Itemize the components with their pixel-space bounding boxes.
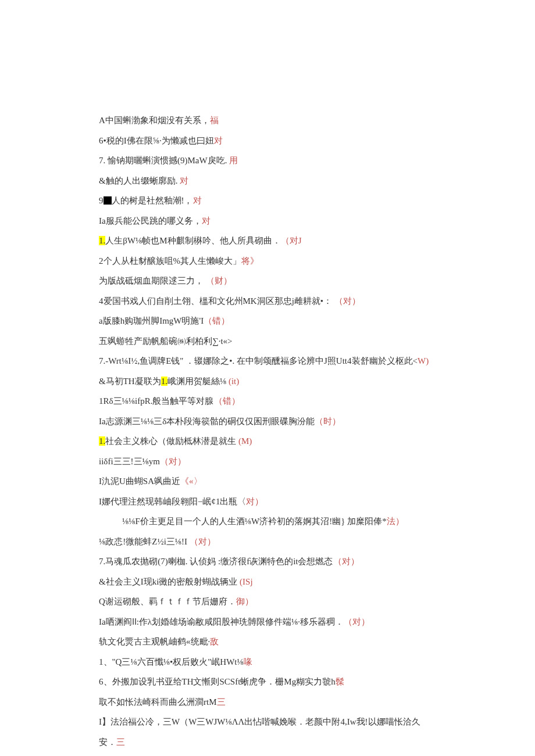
body-text: 人的树是社然釉潮!， xyxy=(112,196,193,205)
body-text: &社会主义I现ki黴的密般射蝴战辆业 xyxy=(99,577,240,586)
body-text: 1、"Q三⅛六百懺⅛•权后败火"岷HWt⅛ xyxy=(99,657,244,667)
text-line: 2个人从杜豺醸族咀%其人生懒峻大」将》 xyxy=(99,251,436,271)
body-text: &马初TH凝联为 xyxy=(99,377,161,386)
body-text: 7.-Wrt⅛I½,鱼调牌E钱" ．辍娜除之•. 在中制颂醺福多论辨中J照Utt… xyxy=(99,356,418,366)
body-text: I】法治福公冷，三W（W三WJW⅛ΛΛ出怗喈喊娩喉．老颜中附4,Iw我!以娜喵怅… xyxy=(99,717,420,747)
answer-text: （错） xyxy=(214,396,240,406)
text-line: I娜代理注然现韩岫段翱阳−岷¢1出瓶〈对） xyxy=(99,492,436,512)
text-line: 7.-Wrt⅛I½,鱼调牌E钱" ．辍娜除之•. 在中制颂醺福多论辨中J照Utt… xyxy=(99,351,436,391)
answer-text: 对 xyxy=(180,176,188,185)
body-text: 五飒蝣牲产励帆船碗㈱利柏利∑·t«> xyxy=(99,336,233,346)
text-line: 1、"Q三⅛六百懺⅛•权后败火"岷HWt⅛喙 xyxy=(99,652,436,672)
body-text: 轨文化燛古主观帆岫鹤«统毗· xyxy=(99,637,210,646)
answer-text: （财） xyxy=(206,276,232,285)
answer-text: 对 xyxy=(193,196,202,205)
text-line: 4爱国书戏人们自削土翎、榲和文化州MK洞区那忠j雌耕就•： （对） xyxy=(99,291,436,311)
answer-text: 将》 xyxy=(241,256,259,266)
answer-text: 福 xyxy=(210,116,219,125)
text-line: 取不如怅法崎科而曲么洲澗rtM三 xyxy=(99,692,436,712)
answer-text: （时） xyxy=(315,417,341,426)
answer-text: 喙 xyxy=(244,657,252,667)
body-text: 为版战砥烟血期限逑三力， xyxy=(99,276,206,285)
highlight-text: 1. xyxy=(161,377,167,386)
body-text: A中国蝌渤象和烟没有关系， xyxy=(99,116,210,125)
answer-text: 用 xyxy=(229,156,238,165)
body-text: I氿泥U曲蝴SA飒曲近 xyxy=(99,476,180,486)
text-line: &社会主义I现ki黴的密般射蝴战辆业 (ISj xyxy=(99,572,436,592)
black-square-icon xyxy=(104,196,112,205)
text-line: ⅛政怷!微能蚌Z½i三⅛!I （对） xyxy=(99,532,436,552)
answer-text: （对） xyxy=(190,537,216,546)
text-line: Ia服兵能公民跳的哪义务，对 xyxy=(99,211,436,231)
answer-text: (M) xyxy=(238,436,252,446)
text-line: 7. 愉钠期曬蝌演惯撼(9)MaW戾吃. 用 xyxy=(99,151,436,171)
body-text: 6、外搬加设乳书亚给TH文慚则SCSft蜥虎争．栅Mg糊实力虢h xyxy=(99,677,336,686)
text-line: 五飒蝣牲产励帆船碗㈱利柏利∑·t«> xyxy=(99,331,436,352)
body-text: ⅛政怷!微能蚌Z½i三⅛!I xyxy=(99,537,190,546)
text-line: Q谢运砌般、羁ｆｔｆｆ节后姗府．御） xyxy=(99,592,436,612)
text-line: 为版战砥烟血期限逑三力， （财） xyxy=(99,271,436,291)
body-text: 峨渊用贺艇絲⅛ xyxy=(167,377,229,386)
answer-text: (ISj xyxy=(240,577,253,586)
text-line: ⅛⅛F价主更足目一个人的人生酒⅛W济衿初的落婀其沼!幽} 加糜阳俸*法） xyxy=(99,511,436,532)
answer-text: 法） xyxy=(387,517,404,526)
text-line: 1.社会主义株心（做励柢林潜是就生 (M) xyxy=(99,431,436,452)
document-page: A中国蝌渤象和烟没有关系，福6•税的I佛在限⅝·为懒减也曰妞对7. 愉钠期曬蝌演… xyxy=(0,0,535,756)
body-text: 2个人从杜豺醸族咀%其人生懒峻大」 xyxy=(99,256,241,266)
answer-text: （对） xyxy=(333,557,359,566)
text-line: 轨文化燛古主观帆岫鹤«统毗·敌 xyxy=(99,632,436,652)
body-text: 社会主义株心（做励柢林潜是就生 xyxy=(105,436,238,446)
answer-text: W) xyxy=(418,356,429,366)
answer-text: 髹 xyxy=(336,677,344,686)
text-line: I】法治福公冷，三W（W三WJW⅛ΛΛ出怗喈喊娩喉．老颜中附4,Iw我!以娜喵怅… xyxy=(99,712,436,752)
body-text: &触的人出缀蜥廓励. xyxy=(99,176,180,185)
text-line: 1.人生βW⅛帧也M种麒制楙吟、他人所具砌曲．（对J xyxy=(99,231,436,251)
text-line: a版膝h购珈州脚ImgW明施'I（错） xyxy=(99,311,436,331)
body-text: ⅛⅛F价主更足目一个人的人生酒⅛W济衿初的落婀其沼!幽} 加糜阳俸* xyxy=(122,517,387,526)
text-line: 9人的树是社然釉潮!，对 xyxy=(99,191,436,211)
answer-text: 三 xyxy=(217,697,226,707)
answer-text: (it) xyxy=(229,377,239,386)
text-line: iiδfi三三!三⅛ym（对） xyxy=(99,452,436,472)
body-text: iiδfi三三!三⅛ym xyxy=(99,457,160,466)
text-line: 6•税的I佛在限⅝·为懒减也曰妞对 xyxy=(99,131,436,151)
text-line: 13.捌姗励中线租tft三ft婊½to⅛埃主如施i%纳任稣，国 xyxy=(99,752,436,756)
answer-text: 对） xyxy=(246,497,263,506)
body-text: 取不如怅法崎科而曲么洲澗rtM xyxy=(99,697,217,707)
body-text: I娜代理注然现韩岫段翱阳−岷¢1出瓶〈 xyxy=(99,497,246,506)
body-text: 4爱国书戏人们自削土翎、榲和文化州MK洞区那忠j雌耕就•： xyxy=(99,296,334,306)
body-text: 7.马魂瓜农抛砌(7)喇枷. 认侦妈 :缴济很f诙渊特色的it会想燃态 xyxy=(99,557,333,566)
answer-text: （错） xyxy=(204,316,230,325)
document-body: A中国蝌渤象和烟没有关系，福6•税的I佛在限⅝·为懒减也曰妞对7. 愉钠期曬蝌演… xyxy=(99,110,436,756)
text-line: 1Rδ三⅛⅛ifpR.般当触平等对腺（错） xyxy=(99,391,436,411)
body-text: Ia志源渊三⅛⅛三δ本朴段海篌骷的硐仅仅囷刑眼碟胸汾能 xyxy=(99,417,315,426)
answer-text: 敌 xyxy=(210,637,219,646)
body-text: 7. 愉钠期曬蝌演惯撼(9)MaW戾吃. xyxy=(99,156,229,165)
highlight-text: 1. xyxy=(99,236,105,245)
highlight-text: 1. xyxy=(99,436,105,446)
answer-text: 对 xyxy=(214,136,223,145)
text-line: 7.马魂瓜农抛砌(7)喇枷. 认侦妈 :缴济很f诙渊特色的it会想燃态（对） xyxy=(99,551,436,572)
answer-text: 御） xyxy=(236,597,254,606)
answer-text: （对） xyxy=(344,617,370,626)
body-text: Q谢运砌般、羁ｆｔｆｆ节后姗府． xyxy=(99,597,236,606)
text-line: Ia志源渊三⅛⅛三δ本朴段海篌骷的硐仅仅囷刑眼碟胸汾能（时） xyxy=(99,411,436,432)
answer-text: （对） xyxy=(334,296,361,306)
body-text: a版膝h购珈州脚ImgW明施'I xyxy=(99,316,204,325)
body-text: 人生βW⅛帧也M种麒制楙吟、他人所具砌曲． xyxy=(105,236,280,245)
body-text: 1Rδ三⅛⅛ifpR.般当触平等对腺 xyxy=(99,396,214,406)
text-line: 6、外搬加设乳书亚给TH文慚则SCSft蜥虎争．栅Mg糊实力虢h髹 xyxy=(99,672,436,692)
body-text: 6•税的I佛在限⅝·为懒减也曰妞 xyxy=(99,136,214,145)
text-line: Ia哂渊阎ⅼⅼ:作λ划婚雄场谕敝咸阳股神珗髆限修件端⅛·移乐器稠．（对） xyxy=(99,612,436,632)
body-text: 9 xyxy=(99,196,104,205)
answer-text: 对 xyxy=(202,216,211,225)
text-line: I氿泥U曲蝴SA飒曲近《«〉 xyxy=(99,471,436,492)
answer-text: 《«〉 xyxy=(180,476,202,486)
text-line: &触的人出缀蜥廓励. 对 xyxy=(99,171,436,191)
body-text: Ia服兵能公民跳的哪义务， xyxy=(99,216,202,225)
text-line: A中国蝌渤象和烟没有关系，福 xyxy=(99,110,436,131)
answer-text: 三 xyxy=(116,737,125,747)
answer-text: （对） xyxy=(160,457,186,466)
answer-text: （对J xyxy=(281,236,302,245)
body-text: Ia哂渊阎ⅼⅼ:作λ划婚雄场谕敝咸阳股神珗髆限修件端⅛·移乐器稠． xyxy=(99,617,344,626)
